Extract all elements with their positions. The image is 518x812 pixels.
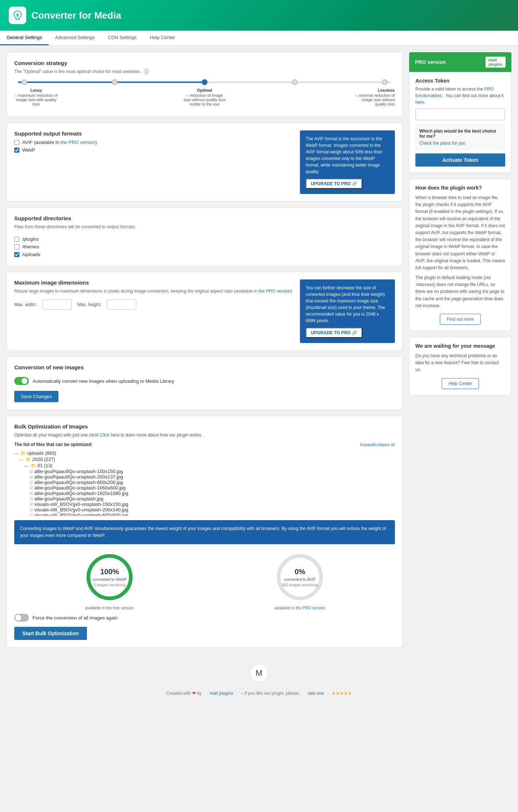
matt-plugins-link[interactable]: matt plugins: [203, 684, 240, 702]
conversion-new-card: Conversion of new images Automatically c…: [7, 357, 403, 410]
pro-header-label: PRO version: [415, 59, 446, 65]
plugins-label: /plugins: [22, 236, 39, 242]
max-width-label: Max. width:: [14, 302, 37, 307]
rate-link[interactable]: rate one: [301, 684, 330, 702]
file-icon-1: ☑: [30, 469, 33, 473]
avif-checkbox[interactable]: [14, 140, 19, 145]
file-icon-4: ☑: [30, 486, 33, 490]
svg-text:0 images remaining: 0 images remaining: [94, 583, 125, 587]
force-convert-toggle[interactable]: [14, 614, 29, 622]
webp-checkbox[interactable]: [14, 148, 19, 153]
svg-text:100%: 100%: [100, 568, 119, 576]
svg-text:converted to AVIF: converted to AVIF: [284, 577, 316, 582]
max-dimensions-card: You can further decrease the size of con…: [7, 272, 403, 351]
dimensions-row: Max. width: Max. height:: [14, 300, 293, 310]
start-bulk-optimization-button[interactable]: Start Bulk Optimization: [14, 627, 87, 640]
file-icon-6: ☑: [30, 497, 33, 501]
save-changes-button[interactable]: Save Changes: [14, 391, 58, 402]
avif-progress-circle: 0% converted to AVIF 883 images remainin…: [274, 552, 325, 603]
bulk-info-banner: Converting images to WebP and AVIF simul…: [14, 520, 395, 544]
slider-dot-lossless2[interactable]: [382, 79, 388, 85]
tree-file-6: ☑ allie-gouPqaau9Qo-unsplash.jpg: [14, 496, 395, 502]
plugin-logo: [9, 7, 26, 24]
tree-file-3: ☑ allie-gouPqaau9Qo-unsplash-600x200.jpg: [14, 480, 395, 485]
conversion-strategy-title: Conversion strategy: [14, 60, 395, 66]
help-center-button[interactable]: Help Center: [442, 378, 479, 389]
find-out-more-button[interactable]: Find out more: [440, 314, 481, 325]
tree-file-9: ☑ visuals-sW_B5OVgv0-unsplash-600x600.jp…: [14, 512, 395, 516]
dir-list: /plugins /themes /uploads: [14, 235, 395, 258]
webp-row: WebP: [14, 147, 293, 153]
progress-circles: 100% converted to WebP 0 images remainin…: [14, 552, 395, 610]
pro-version-link-bulk[interactable]: PRO version: [302, 606, 325, 610]
find-out-more-container: Find out more: [415, 314, 505, 325]
folder-icon-01: 📁: [31, 463, 36, 468]
stars-icon: ★★★★★: [332, 691, 352, 696]
tab-cdn-settings[interactable]: CDN Settings: [101, 31, 143, 45]
conversion-strategy-desc: The "Optimal" value is the most optimal …: [14, 69, 395, 74]
tab-general-settings[interactable]: General Settings: [0, 31, 49, 45]
tree-file-2: ☑ allie-gouPqaau9Qo-unsplash-200x137.jpg: [14, 474, 395, 480]
auto-convert-toggle[interactable]: [14, 377, 29, 385]
dir-plugins: /plugins: [14, 235, 395, 243]
plan-question-box: Which plan would be the best choice for …: [415, 125, 505, 150]
file-tree-box[interactable]: — 📁 uploads (883) — 📁 2020 (227) — 📁 01 …: [14, 450, 395, 516]
footer-logo: M: [250, 664, 268, 682]
file-icon-5: ☑: [30, 491, 33, 495]
token-input[interactable]: [415, 108, 505, 120]
avif-upgrade-box: The AVIF format is the successor to the …: [300, 130, 395, 194]
activate-token-button[interactable]: Activate Token: [415, 153, 505, 167]
tab-help-center[interactable]: Help Center: [143, 31, 182, 45]
contact-card: We are waiting for your message Do you h…: [409, 337, 511, 395]
slider-dot-optimal2[interactable]: [202, 79, 207, 85]
max-height-label: Max. height:: [77, 302, 101, 307]
webp-label: WebP: [22, 147, 35, 153]
themes-checkbox[interactable]: [14, 244, 19, 249]
expand-collapse-link[interactable]: Expand/collapse all: [360, 442, 395, 447]
tab-advanced-settings[interactable]: Advanced Settings: [49, 31, 101, 45]
uploads-checkbox[interactable]: [14, 252, 19, 257]
max-height-input[interactable]: [107, 300, 136, 310]
pro-version-card: PRO version mattplugins Access Token Pro…: [409, 52, 511, 173]
avif-row: AVIF (available in the PRO version): [14, 140, 293, 145]
click-here-link[interactable]: Click here: [100, 432, 119, 438]
tree-root: — 📁 uploads (883): [14, 450, 395, 456]
slider-dot-lossless1[interactable]: [292, 79, 298, 85]
conversion-strategy-card: Conversion strategy The "Optimal" value …: [7, 52, 403, 117]
footer-text3: – if you like our plugin, please,: [241, 691, 300, 696]
heart-icon: ❤: [192, 691, 197, 696]
slider-dot-optimal[interactable]: [112, 79, 118, 85]
file-tree-section: The list of files that can be optimized:…: [14, 442, 395, 516]
main-layout: Conversion strategy The "Optimal" value …: [0, 46, 518, 660]
upgrade-to-pro-btn-dims[interactable]: UPGRADE TO PRO 🔗: [306, 328, 362, 338]
pro-version-link-avif[interactable]: the PRO version: [61, 140, 95, 145]
app-title: Converter for Media: [31, 10, 121, 21]
how-works-title: How does the plugin work?: [415, 185, 505, 191]
pro-version-link-dims[interactable]: the PRO version: [259, 289, 291, 294]
dir-uploads: /uploads: [14, 251, 395, 258]
supported-dirs-title: Supported directories: [14, 215, 395, 221]
slider-dot-lossy[interactable]: [22, 79, 27, 85]
contact-title: We are waiting for your message: [415, 343, 505, 349]
slider-label-optimal: Optimal – reduction of image size withou…: [183, 88, 226, 106]
svg-text:0%: 0%: [294, 568, 305, 576]
supported-formats-card: The AVIF format is the successor to the …: [7, 123, 403, 202]
upgrade-to-pro-btn-formats[interactable]: UPGRADE TO PRO 🔗: [306, 179, 362, 189]
auto-convert-label: Automatically convert new images when up…: [33, 378, 174, 384]
plugins-checkbox[interactable]: [14, 237, 19, 242]
check-plans-link[interactable]: Check the plans for you: [419, 141, 465, 146]
slider-label-lossy: Lossy – maximum reduction of image size …: [14, 88, 58, 106]
tree-file-1: ☑ allie-gouPqaau9Qo-unsplash-150x150.jpg: [14, 469, 395, 474]
access-token-title: Access Token: [415, 78, 505, 84]
tree-file-5: ☑ allie-gouPqaau9Qo-unsplash-1920x1080.j…: [14, 491, 395, 496]
max-width-input[interactable]: [42, 300, 72, 310]
slider-label-lossless: Lossless – minimal reduction of image si…: [351, 88, 395, 106]
file-tree-header: The list of files that can be optimized:…: [14, 442, 395, 447]
left-column: Conversion strategy The "Optimal" value …: [7, 52, 403, 653]
tree-file-4: ☑ allie-gouPqaau9Qo-unsplash-1060x600.jp…: [14, 485, 395, 491]
access-token-desc: Provide a valid token to access the PRO …: [415, 86, 505, 106]
here-link[interactable]: here: [415, 100, 424, 105]
pro-card-body: Access Token Provide a valid token to ac…: [409, 72, 511, 173]
strategy-slider[interactable]: Lossy – maximum reduction of image size …: [14, 81, 395, 106]
conversion-new-title: Conversion of new images: [14, 364, 395, 370]
